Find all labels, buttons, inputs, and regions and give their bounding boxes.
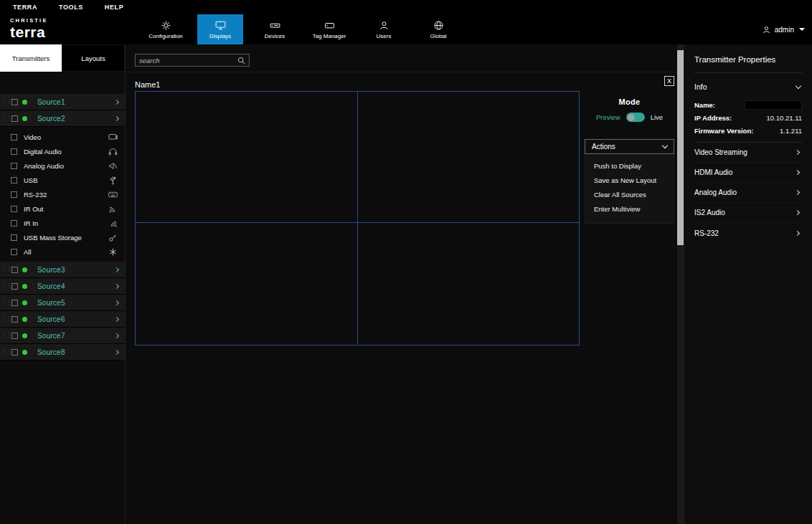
nav-global[interactable]: Global <box>415 14 461 44</box>
source-row[interactable]: ⋮⋮ Source7 <box>0 328 125 344</box>
drag-handle-icon[interactable]: ⋮⋮ <box>1 115 7 121</box>
filter-label: All <box>24 248 102 256</box>
close-button[interactable]: X <box>664 76 674 86</box>
nav-tag-manager[interactable]: Tag Manager <box>306 14 352 44</box>
tab-layouts[interactable]: Layouts <box>62 44 125 72</box>
chevron-right-icon[interactable] <box>114 283 119 288</box>
filter-checkbox[interactable] <box>11 163 17 169</box>
chevron-right-icon[interactable] <box>114 300 119 305</box>
display-quadrant-top-left[interactable] <box>136 92 357 222</box>
drag-handle-icon[interactable]: ⋮⋮ <box>1 316 7 322</box>
prop-item-hdmi-audio[interactable]: HDMI Audio <box>694 163 802 183</box>
asterisk-icon <box>108 247 118 257</box>
chevron-right-icon <box>795 190 800 195</box>
source-row[interactable]: ⋮⋮ Source1 <box>0 94 125 110</box>
source-checkbox[interactable] <box>11 316 18 323</box>
filter-checkbox[interactable] <box>11 220 17 227</box>
info-section-header[interactable]: Info <box>694 73 802 98</box>
filter-checkbox[interactable] <box>11 148 17 155</box>
source-row[interactable]: ⋮⋮ Source6 <box>0 311 125 328</box>
chevron-right-icon[interactable] <box>114 99 119 104</box>
source-checkbox[interactable] <box>11 99 18 105</box>
logo-brand: CHRISTIE <box>10 18 48 24</box>
filter-checkbox[interactable] <box>11 206 17 212</box>
drag-handle-icon[interactable]: ⋮⋮ <box>1 99 7 105</box>
filter-row-usb-mass-storage[interactable]: USB Mass Storage <box>0 230 125 244</box>
menu-terra[interactable]: TERRA <box>13 4 37 11</box>
chevron-right-icon <box>795 210 800 215</box>
status-dot <box>22 100 27 105</box>
nav-devices[interactable]: Devices <box>252 14 298 44</box>
filter-row-usb[interactable]: USB <box>0 173 125 187</box>
menu-tools[interactable]: TOOLS <box>59 4 83 11</box>
display-quadrant-top-right[interactable] <box>357 92 579 222</box>
preview-live-toggle[interactable] <box>626 113 645 122</box>
filter-row-ir-in[interactable]: IR In <box>0 216 125 230</box>
prop-item-rs232[interactable]: RS-232 <box>694 223 802 243</box>
filter-row-digital-audio[interactable]: Digital Audio <box>0 144 125 158</box>
filter-checkbox[interactable] <box>11 191 17 198</box>
status-dot <box>22 284 27 289</box>
source-row[interactable]: ⋮⋮ Source5 <box>0 295 125 311</box>
menu-item-push-to-display[interactable]: Push to Display <box>585 158 674 173</box>
nav-users[interactable]: Users <box>361 14 407 44</box>
name-input[interactable] <box>745 100 802 110</box>
chevron-right-icon[interactable] <box>114 115 119 120</box>
source-checkbox[interactable] <box>11 333 18 339</box>
menu-item-enter-multiview[interactable]: Enter Multiview <box>585 201 674 216</box>
user-icon <box>762 25 771 34</box>
source-checkbox[interactable] <box>11 283 18 290</box>
source-row[interactable]: ⋮⋮ Source3 <box>0 262 125 278</box>
source-label: Source1 <box>32 98 110 106</box>
video-icon <box>108 133 118 142</box>
source-list: ⋮⋮ Source1 ⋮⋮ Source2 Video <box>0 94 125 361</box>
display-quadrant-bottom-left[interactable] <box>136 222 357 345</box>
filter-checkbox[interactable] <box>11 249 17 255</box>
drag-handle-icon[interactable]: ⋮⋮ <box>1 267 7 272</box>
drag-handle-icon[interactable]: ⋮⋮ <box>1 283 7 289</box>
drag-handle-icon[interactable]: ⋮⋮ <box>1 333 7 338</box>
chevron-right-icon[interactable] <box>114 333 119 338</box>
source-label: Source4 <box>32 282 110 290</box>
prop-item-is2-audio[interactable]: IS2 Audio <box>694 203 802 223</box>
search-input[interactable] <box>139 57 237 65</box>
actions-dropdown[interactable]: Actions <box>585 139 674 154</box>
filter-row-video[interactable]: Video <box>0 130 125 144</box>
globe-icon <box>433 20 444 31</box>
drag-handle-icon[interactable]: ⋮⋮ <box>1 349 7 355</box>
menu-item-clear-all-sources[interactable]: Clear All Sources <box>585 187 674 201</box>
scrollbar-thumb[interactable] <box>677 50 684 245</box>
source-checkbox[interactable] <box>11 115 18 122</box>
chevron-right-icon[interactable] <box>114 349 119 354</box>
nav-displays[interactable]: Displays <box>197 14 243 44</box>
scrollbar-track[interactable] <box>677 44 684 524</box>
filter-checkbox[interactable] <box>11 234 17 241</box>
user-menu[interactable]: admin <box>762 14 805 44</box>
chevron-right-icon[interactable] <box>114 316 119 321</box>
tab-transmitters[interactable]: Transmitters <box>0 44 62 72</box>
prop-item-video-streaming[interactable]: Video Streaming <box>694 143 802 163</box>
filter-row-rs232[interactable]: RS-232 <box>0 187 125 201</box>
source-row[interactable]: ⋮⋮ Source8 <box>0 344 125 361</box>
source-label: Source5 <box>32 299 110 307</box>
filter-checkbox[interactable] <box>11 134 17 140</box>
mode-title: Mode <box>585 97 674 106</box>
source-checkbox[interactable] <box>11 300 18 306</box>
prop-item-analog-audio[interactable]: Analog Audio <box>694 183 802 203</box>
source-checkbox[interactable] <box>11 267 18 273</box>
filter-label: USB <box>24 176 102 184</box>
source-row[interactable]: ⋮⋮ Source4 <box>0 278 125 295</box>
nav-configuration[interactable]: Configuration <box>143 14 189 44</box>
source-checkbox[interactable] <box>11 349 18 356</box>
filter-checkbox[interactable] <box>11 177 17 184</box>
filter-row-ir-out[interactable]: IR Out <box>0 201 125 216</box>
filter-row-analog-audio[interactable]: Analog Audio <box>0 158 125 173</box>
source-row[interactable]: ⋮⋮ Source2 <box>0 110 125 127</box>
display-quadrant-bottom-right[interactable] <box>357 222 579 345</box>
status-dot <box>22 350 27 355</box>
drag-handle-icon[interactable]: ⋮⋮ <box>1 300 7 305</box>
filter-row-all[interactable]: All <box>0 244 125 259</box>
chevron-right-icon[interactable] <box>114 267 119 272</box>
menu-help[interactable]: HELP <box>105 4 123 11</box>
menu-item-save-as-new-layout[interactable]: Save as New Layout <box>585 173 674 187</box>
